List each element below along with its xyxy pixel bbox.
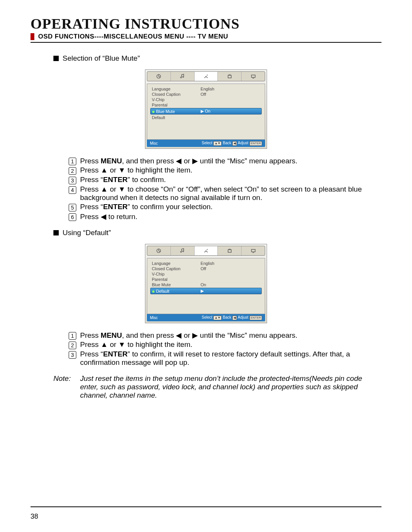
osd-footer-adjust: Adjust xyxy=(238,315,248,319)
step-number-icon: 4 xyxy=(69,186,76,194)
osd-row-label: Blue Mute xyxy=(152,282,201,287)
osd-screenshot-blue-mute: LanguageEnglishClosed CaptionOffV-ChipPa… xyxy=(145,69,267,149)
step-number-icon: 2 xyxy=(69,342,76,349)
svg-rect-1 xyxy=(228,75,231,78)
steps-list-1: 1Press MENU, and then press ◀ or ▶ until… xyxy=(69,156,381,221)
osd-footer-left: Misc xyxy=(150,316,158,320)
osd-menu-body: LanguageEnglishClosed CaptionOffV-ChipPa… xyxy=(147,258,265,314)
osd-footer-right: Select ▲▼ Back ◀ Adjust ENTER xyxy=(202,141,262,146)
osd-row: Blue MuteOn xyxy=(150,282,262,287)
osd-footer-right: Select ▲▼ Back ◀ Adjust ENTER xyxy=(202,315,262,320)
tab-picture-icon xyxy=(147,72,171,81)
section-heading-text: Using “Default” xyxy=(63,229,111,237)
step-number-icon: 1 xyxy=(69,158,76,165)
osd-row-label: Language xyxy=(152,261,201,266)
osd-row: V-Chip xyxy=(150,97,262,102)
step-item: 2Press ▲ or ▼ to highlight the item. xyxy=(69,166,381,175)
osd-row: Parental xyxy=(150,277,262,282)
note-text: Just reset the items in the setup menu d… xyxy=(80,374,381,400)
osd-row-value: English xyxy=(201,261,260,266)
osd-footer-back: Back xyxy=(223,141,231,145)
osd-row-label: Language xyxy=(152,87,201,91)
section-heading-text: Selection of “Blue Mute” xyxy=(63,54,140,63)
step-item: 2Press ▲ or ▼ to highlight the item. xyxy=(69,340,381,349)
osd-row: LanguageEnglish xyxy=(150,86,262,92)
osd-row: V-Chip xyxy=(150,271,262,277)
section-heading-default: Using “Default” xyxy=(53,229,381,237)
osd-row-label: Closed Caption xyxy=(152,92,201,97)
osd-row: Blue Mute▶ On xyxy=(150,108,262,114)
osd-footer-adjust: Adjust xyxy=(238,141,248,145)
steps-list-2: 1Press MENU, and then press ◀ or ▶ until… xyxy=(69,331,381,367)
top-rule xyxy=(31,42,381,43)
osd-footer-select: Select xyxy=(202,315,212,319)
svg-rect-5 xyxy=(251,250,255,252)
step-number-icon: 3 xyxy=(69,177,76,184)
square-bullet-icon xyxy=(53,230,59,235)
tab-misc-icon xyxy=(195,246,218,255)
osd-footer: Misc Select ▲▼ Back ◀ Adjust ENTER xyxy=(147,140,265,147)
osd-row-value: ▶ xyxy=(201,289,260,293)
tab-picture-icon xyxy=(147,246,171,255)
step-text: Press MENU, and then press ◀ or ▶ until … xyxy=(80,156,381,165)
osd-row-value: Off xyxy=(201,92,260,97)
page-title: OPERATING INSTRUCTIONS xyxy=(31,15,381,32)
step-text: Press ▲ or ▼ to highlight the item. xyxy=(80,166,381,174)
osd-tab-row xyxy=(147,246,265,256)
osd-menu-body: LanguageEnglishClosed CaptionOffV-ChipPa… xyxy=(147,84,265,140)
step-text: Press “ENTER” to confirm your selection. xyxy=(80,203,381,211)
osd-row-label: Default xyxy=(152,289,201,293)
enter-key-icon: ENTER xyxy=(249,141,262,146)
step-item: 4Press ▲ or ▼ to choose “On” or “Off”, w… xyxy=(69,185,381,202)
tab-misc-icon xyxy=(195,72,218,81)
step-text: Press MENU, and then press ◀ or ▶ until … xyxy=(80,331,381,340)
subtitle-text: OSD FUNCTIONS----MISCELLANEOUS MENU ----… xyxy=(38,33,228,40)
section-heading-blue-mute: Selection of “Blue Mute” xyxy=(53,54,381,63)
osd-row-value: On xyxy=(201,282,260,287)
step-text: Press “ENTER” to confirm, it will reset … xyxy=(80,350,381,367)
step-item: 3Press “ENTER” to confirm. xyxy=(69,176,381,184)
step-text: Press ▲ or ▼ to choose “On” or “Off”, wh… xyxy=(80,185,381,202)
page-number: 38 xyxy=(31,513,38,521)
tab-audio-icon xyxy=(171,72,195,81)
step-number-icon: 1 xyxy=(69,332,76,340)
osd-row-label: Blue Mute xyxy=(152,109,201,114)
osd-row-value: Off xyxy=(201,266,260,271)
step-number-icon: 3 xyxy=(69,351,76,359)
osd-row-label: Default xyxy=(152,115,201,120)
step-text: Press ◀ to return. xyxy=(80,212,381,221)
manual-page: OPERATING INSTRUCTIONS OSD FUNCTIONS----… xyxy=(0,0,412,532)
tab-channel-icon xyxy=(218,72,241,81)
osd-footer-back: Back xyxy=(223,315,231,319)
osd-row-label: Parental xyxy=(152,277,201,282)
osd-tab-row xyxy=(147,71,265,81)
red-marker-icon xyxy=(31,33,34,40)
osd-row-label: V-Chip xyxy=(152,97,201,102)
note-block: Note: Just reset the items in the setup … xyxy=(53,374,381,400)
step-number-icon: 2 xyxy=(69,167,76,175)
osd-row: Default▶ xyxy=(150,288,262,294)
osd-row-label: V-Chip xyxy=(152,272,201,276)
svg-rect-4 xyxy=(228,250,231,252)
tab-pc-icon xyxy=(241,246,265,255)
tab-audio-icon xyxy=(171,246,195,255)
left-key-icon: ◀ xyxy=(232,141,237,146)
step-text: Press “ENTER” to confirm. xyxy=(80,176,381,184)
bottom-rule xyxy=(31,506,381,507)
step-text: Press ▲ or ▼ to highlight the item. xyxy=(80,340,381,349)
osd-row: Closed CaptionOff xyxy=(150,266,262,271)
osd-row: Parental xyxy=(150,102,262,108)
osd-row-value: ▶ On xyxy=(201,109,260,114)
updown-key-icon: ▲▼ xyxy=(213,316,222,320)
step-number-icon: 5 xyxy=(69,204,76,211)
note-label: Note: xyxy=(53,374,80,400)
svg-rect-2 xyxy=(251,75,255,77)
updown-key-icon: ▲▼ xyxy=(213,141,222,146)
step-number-icon: 6 xyxy=(69,213,76,221)
step-item: 1Press MENU, and then press ◀ or ▶ until… xyxy=(69,331,381,340)
tab-channel-icon xyxy=(218,246,241,255)
step-item: 5Press “ENTER” to confirm your selection… xyxy=(69,203,381,211)
osd-footer-left: Misc xyxy=(150,141,158,145)
left-key-icon: ◀ xyxy=(232,316,237,320)
osd-footer-select: Select xyxy=(202,141,212,145)
